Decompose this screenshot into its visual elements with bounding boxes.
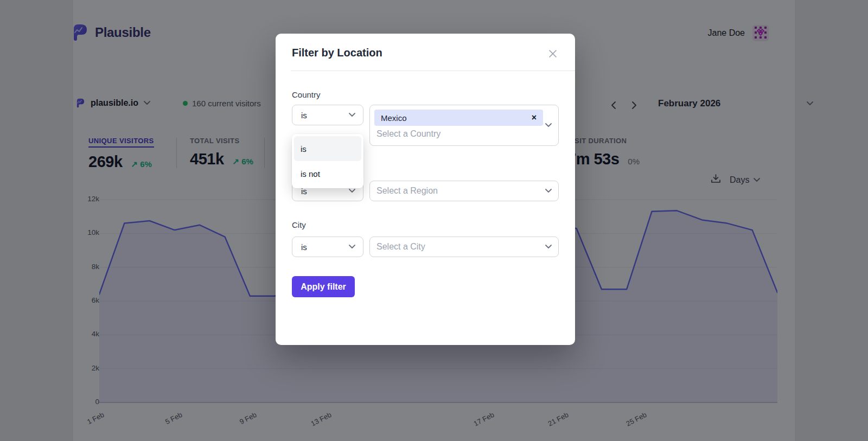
modal-title: Filter by Location <box>292 47 382 59</box>
city-label: City <box>292 220 306 229</box>
remove-country-icon[interactable]: × <box>532 113 537 122</box>
country-operator-select[interactable]: is <box>292 105 363 125</box>
country-combobox[interactable]: Mexico × Select a Country <box>369 105 559 146</box>
close-button[interactable] <box>547 48 559 60</box>
operator-dropdown-menu: is is not <box>292 134 363 188</box>
city-placeholder: Select a City <box>370 242 425 252</box>
region-combobox[interactable]: Select a Region <box>369 181 559 201</box>
filter-by-location-modal: Filter by Location Country is Mexico × S… <box>276 34 575 345</box>
apply-filter-button[interactable]: Apply filter <box>292 276 355 297</box>
app-root: Plausible Jane Doe <box>0 0 868 441</box>
operator-option-is[interactable]: is <box>294 136 361 161</box>
region-placeholder: Select a Region <box>370 186 438 196</box>
chevron-down-icon <box>349 113 355 117</box>
selected-country-pill: Mexico × <box>374 110 543 126</box>
divider <box>291 71 575 71</box>
pill-label: Mexico <box>381 113 407 123</box>
country-placeholder: Select a Country <box>370 129 441 139</box>
close-icon <box>548 49 557 58</box>
chevron-down-icon <box>545 245 552 249</box>
country-label: Country <box>292 90 321 99</box>
city-operator-select[interactable]: is <box>292 237 363 257</box>
chevron-down-icon <box>545 123 552 127</box>
chevron-down-icon <box>349 245 355 249</box>
operator-option-is-not[interactable]: is not <box>294 161 361 186</box>
city-combobox[interactable]: Select a City <box>369 237 559 257</box>
chevron-down-icon <box>545 189 552 193</box>
chevron-down-icon <box>349 189 355 193</box>
